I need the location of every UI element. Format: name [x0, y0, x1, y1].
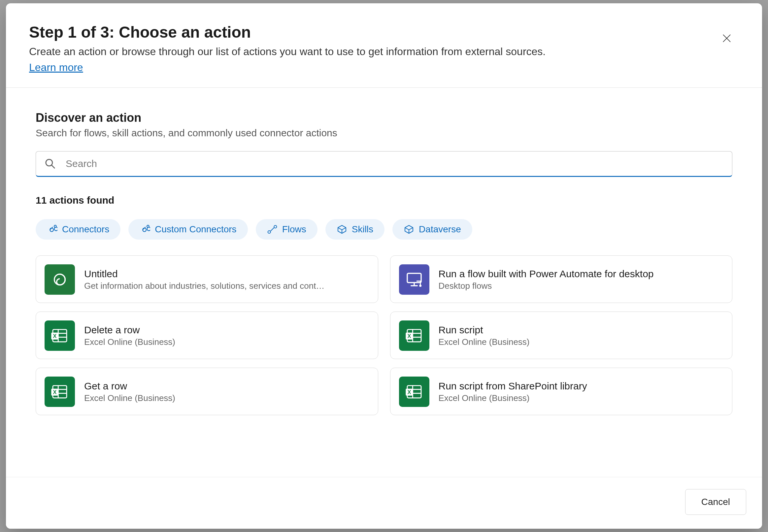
action-card-text: Run scriptExcel Online (Business) [439, 324, 722, 347]
close-button[interactable] [719, 31, 734, 47]
action-card-text: Run script from SharePoint libraryExcel … [439, 381, 722, 403]
action-card-subtitle: Excel Online (Business) [84, 393, 368, 403]
filter-chip-custom-connectors[interactable]: Custom Connectors [128, 219, 248, 240]
action-card-text: UntitledGet information about industries… [84, 268, 368, 291]
action-card-subtitle: Get information about industries, soluti… [84, 281, 368, 291]
excel-icon: X [45, 377, 75, 407]
svg-point-3 [147, 225, 149, 228]
action-card-subtitle: Excel Online (Business) [439, 393, 722, 403]
filter-chip-flows[interactable]: Flows [256, 219, 317, 240]
dialog-body: Discover an action Search for flows, ski… [6, 88, 762, 477]
action-card-title: Delete a row [84, 324, 368, 336]
svg-text:X: X [53, 333, 56, 339]
cube-icon [337, 224, 347, 235]
filter-chip-connectors[interactable]: Connectors [36, 219, 120, 240]
action-card[interactable]: XRun scriptExcel Online (Business) [390, 312, 733, 359]
action-card-subtitle: Excel Online (Business) [84, 337, 368, 347]
action-card-title: Run script [439, 324, 722, 336]
results-count: 11 actions found [36, 195, 732, 206]
action-card-title: Run script from SharePoint library [439, 381, 722, 392]
action-card-subtitle: Excel Online (Business) [439, 337, 722, 347]
dialog-description: Create an action or browse through our l… [29, 45, 706, 59]
filter-chips: ConnectorsCustom ConnectorsFlowsSkillsDa… [36, 219, 732, 240]
action-card[interactable]: UntitledGet information about industries… [36, 255, 378, 303]
dialog-header-text: Step 1 of 3: Choose an action Create an … [29, 23, 706, 74]
cube-icon [404, 224, 414, 235]
choose-action-dialog: Step 1 of 3: Choose an action Create an … [6, 3, 762, 529]
action-card-title: Get a row [84, 381, 368, 392]
excel-icon: X [399, 377, 429, 407]
action-card-subtitle: Desktop flows [439, 281, 722, 291]
dialog-header: Step 1 of 3: Choose an action Create an … [6, 3, 762, 88]
action-card[interactable]: XDelete a rowExcel Online (Business) [36, 312, 378, 359]
swirl-icon [45, 264, 75, 295]
filter-chip-dataverse[interactable]: Dataverse [392, 219, 472, 240]
action-card[interactable]: Run a flow built with Power Automate for… [390, 255, 733, 303]
filter-chip-label: Dataverse [419, 224, 461, 235]
svg-text:X: X [407, 389, 411, 395]
filter-chip-label: Flows [282, 224, 306, 235]
svg-text:X: X [407, 333, 411, 339]
action-card-title: Untitled [84, 268, 368, 280]
action-card-text: Delete a rowExcel Online (Business) [84, 324, 368, 347]
filter-chip-label: Skills [352, 224, 373, 235]
svg-point-4 [268, 231, 270, 233]
desktop-flow-icon [399, 264, 429, 295]
discover-subtitle: Search for flows, skill actions, and com… [36, 127, 732, 139]
excel-icon: X [399, 320, 429, 351]
search-input[interactable] [36, 151, 732, 177]
filter-chip-skills[interactable]: Skills [325, 219, 384, 240]
cancel-button[interactable]: Cancel [685, 489, 746, 515]
svg-point-5 [274, 225, 277, 228]
dialog-title: Step 1 of 3: Choose an action [29, 23, 706, 41]
action-card-title: Run a flow built with Power Automate for… [439, 268, 722, 280]
flow-icon [267, 224, 278, 235]
excel-icon: X [45, 320, 75, 351]
action-card[interactable]: XGet a rowExcel Online (Business) [36, 368, 378, 415]
filter-chip-label: Custom Connectors [155, 224, 236, 235]
action-card-text: Run a flow built with Power Automate for… [439, 268, 722, 291]
dialog-footer: Cancel [6, 477, 762, 529]
discover-title: Discover an action [36, 111, 732, 125]
action-card[interactable]: XRun script from SharePoint libraryExcel… [390, 368, 733, 415]
filter-chip-label: Connectors [62, 224, 109, 235]
svg-text:X: X [53, 389, 56, 395]
search-field-wrap [36, 151, 732, 177]
connector-icon [47, 224, 57, 235]
close-icon [721, 33, 732, 44]
svg-point-10 [419, 284, 421, 287]
action-card-text: Get a rowExcel Online (Business) [84, 381, 368, 403]
connector-icon [140, 224, 150, 235]
learn-more-link[interactable]: Learn more [29, 61, 83, 74]
action-cards: UntitledGet information about industries… [36, 255, 732, 415]
svg-point-2 [54, 225, 56, 228]
